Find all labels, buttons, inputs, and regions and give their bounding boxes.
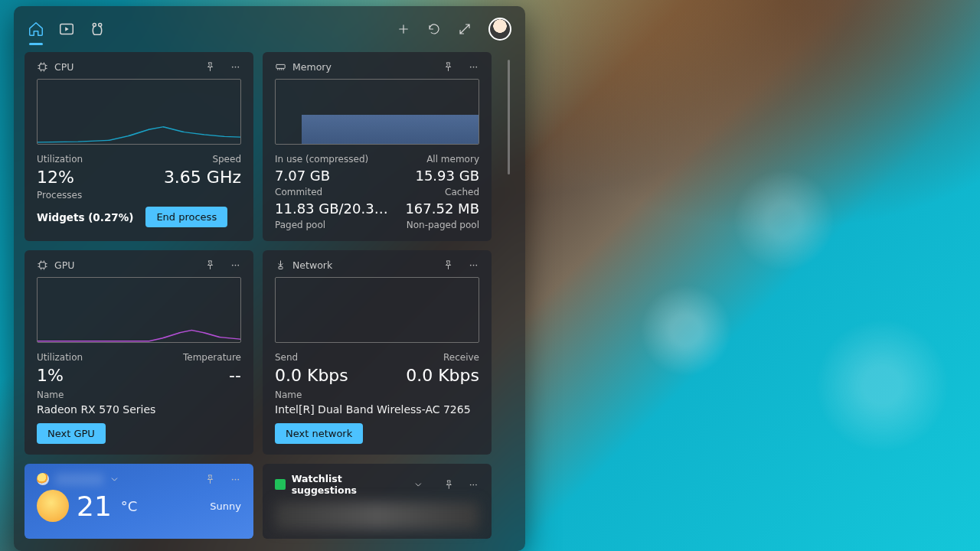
watchlist-widget[interactable]: Watchlist suggestions bbox=[263, 464, 492, 539]
svg-point-10 bbox=[475, 67, 477, 68]
network-title: Network bbox=[292, 259, 332, 271]
weather-location: XXXXXX bbox=[55, 474, 103, 485]
more-icon[interactable] bbox=[468, 479, 479, 491]
pin-icon[interactable] bbox=[204, 61, 216, 73]
gpu-temp-value: -- bbox=[229, 366, 241, 385]
net-name-value: Intel[R] Dual Band Wireless-AC 7265 bbox=[275, 403, 479, 416]
more-icon[interactable] bbox=[468, 259, 479, 271]
more-icon[interactable] bbox=[230, 61, 241, 73]
cpu-speed-value: 3.65 GHz bbox=[164, 168, 241, 187]
sun-icon bbox=[37, 490, 69, 522]
svg-point-20 bbox=[235, 478, 237, 480]
chevron-down-icon[interactable] bbox=[109, 474, 119, 484]
widgets-topbar bbox=[14, 6, 525, 52]
cpu-icon bbox=[37, 61, 48, 73]
scrollbar[interactable] bbox=[508, 60, 510, 174]
cpu-speed-label: Speed bbox=[212, 154, 241, 165]
mem-paged-label: Paged pool bbox=[275, 220, 388, 230]
memory-chart bbox=[275, 79, 479, 145]
games-tab-icon[interactable] bbox=[89, 21, 106, 37]
more-icon[interactable] bbox=[468, 61, 479, 73]
mem-cached-label: Cached bbox=[445, 187, 479, 197]
next-gpu-button[interactable]: Next GPU bbox=[37, 423, 106, 444]
svg-point-5 bbox=[235, 67, 237, 68]
svg-point-9 bbox=[473, 67, 475, 68]
weather-temp: 21 bbox=[77, 491, 112, 522]
cpu-title: CPU bbox=[54, 61, 74, 73]
net-name-label: Name bbox=[275, 390, 479, 400]
svg-point-13 bbox=[235, 265, 237, 266]
cpu-proc-label: Processes bbox=[37, 190, 83, 201]
network-chart bbox=[275, 277, 479, 343]
network-widget: Network Send 0.0 Kbps Receive 0.0 Kbps bbox=[263, 250, 492, 455]
weather-widget[interactable]: XXXXXX 21°C Sunny bbox=[24, 464, 253, 539]
svg-point-21 bbox=[237, 478, 239, 480]
next-network-button[interactable]: Next network bbox=[275, 423, 363, 444]
svg-point-23 bbox=[473, 484, 475, 485]
gpu-name-value: Radeon RX 570 Series bbox=[37, 403, 241, 416]
gpu-icon bbox=[37, 259, 48, 271]
svg-point-6 bbox=[237, 67, 239, 68]
memory-icon bbox=[275, 61, 286, 73]
gpu-util-label: Utilization bbox=[37, 352, 83, 363]
memory-widget: Memory In use (compressed) 7.07 GB Commi… bbox=[263, 52, 492, 241]
svg-point-24 bbox=[476, 484, 478, 485]
gpu-title: GPU bbox=[54, 259, 74, 271]
svg-point-12 bbox=[232, 265, 234, 266]
home-tab-icon[interactable] bbox=[28, 21, 44, 37]
mem-cached-value: 167.52 MB bbox=[405, 201, 479, 217]
mem-inuse-label: In use (compressed) bbox=[275, 154, 388, 165]
mem-all-value: 15.93 GB bbox=[415, 168, 479, 184]
weather-condition: Sunny bbox=[210, 500, 241, 512]
mem-committed-value: 11.83 GB/20.3… bbox=[275, 201, 388, 217]
mem-nonpaged-label: Non-paged pool bbox=[407, 220, 479, 230]
svg-point-16 bbox=[470, 265, 472, 266]
pin-icon[interactable] bbox=[443, 259, 454, 271]
entertainment-tab-icon[interactable] bbox=[58, 21, 75, 37]
svg-point-8 bbox=[470, 67, 472, 68]
end-process-button[interactable]: End process bbox=[145, 207, 227, 227]
cpu-chart bbox=[37, 79, 241, 145]
watchlist-title: Watchlist suggestions bbox=[292, 473, 408, 496]
chevron-down-icon[interactable] bbox=[413, 480, 423, 490]
cpu-util-label: Utilization bbox=[37, 154, 83, 165]
pin-icon[interactable] bbox=[204, 474, 216, 485]
user-avatar[interactable] bbox=[488, 18, 511, 41]
pin-icon[interactable] bbox=[204, 259, 216, 271]
memory-title: Memory bbox=[292, 61, 332, 73]
gpu-util-value: 1% bbox=[37, 366, 83, 385]
svg-point-18 bbox=[475, 265, 477, 266]
gpu-widget: GPU Utilization 1% Temperature -- bbox=[24, 250, 253, 455]
svg-point-14 bbox=[237, 265, 239, 266]
svg-point-17 bbox=[473, 265, 475, 266]
widgets-panel: CPU Utilization 12% Processes Speed bbox=[14, 6, 525, 551]
svg-point-4 bbox=[232, 67, 234, 68]
cpu-top-process: Widgets (0.27%) bbox=[37, 211, 133, 223]
more-icon[interactable] bbox=[230, 474, 241, 485]
watchlist-content bbox=[275, 502, 479, 530]
svg-point-22 bbox=[470, 484, 472, 485]
gpu-temp-label: Temperature bbox=[183, 352, 241, 363]
mem-committed-label: Commited bbox=[275, 187, 388, 197]
cpu-widget: CPU Utilization 12% Processes Speed bbox=[24, 52, 253, 241]
refresh-icon[interactable] bbox=[427, 22, 441, 36]
svg-rect-3 bbox=[40, 64, 46, 70]
add-widget-icon[interactable] bbox=[397, 22, 410, 36]
mem-all-label: All memory bbox=[426, 154, 479, 165]
svg-rect-7 bbox=[276, 64, 285, 68]
pin-icon[interactable] bbox=[443, 479, 455, 491]
pin-icon[interactable] bbox=[443, 61, 454, 73]
svg-point-19 bbox=[232, 478, 234, 480]
mem-inuse-value: 7.07 GB bbox=[275, 168, 388, 184]
net-recv-value: 0.0 Kbps bbox=[406, 366, 479, 385]
stocks-icon bbox=[275, 479, 286, 490]
weather-provider-icon bbox=[37, 473, 49, 485]
svg-rect-15 bbox=[279, 266, 283, 269]
more-icon[interactable] bbox=[230, 259, 241, 271]
cpu-util-value: 12% bbox=[37, 168, 83, 187]
weather-unit: °C bbox=[121, 498, 138, 514]
expand-icon[interactable] bbox=[458, 22, 472, 36]
net-send-label: Send bbox=[275, 352, 348, 363]
gpu-name-label: Name bbox=[37, 390, 241, 400]
network-icon bbox=[275, 259, 286, 271]
